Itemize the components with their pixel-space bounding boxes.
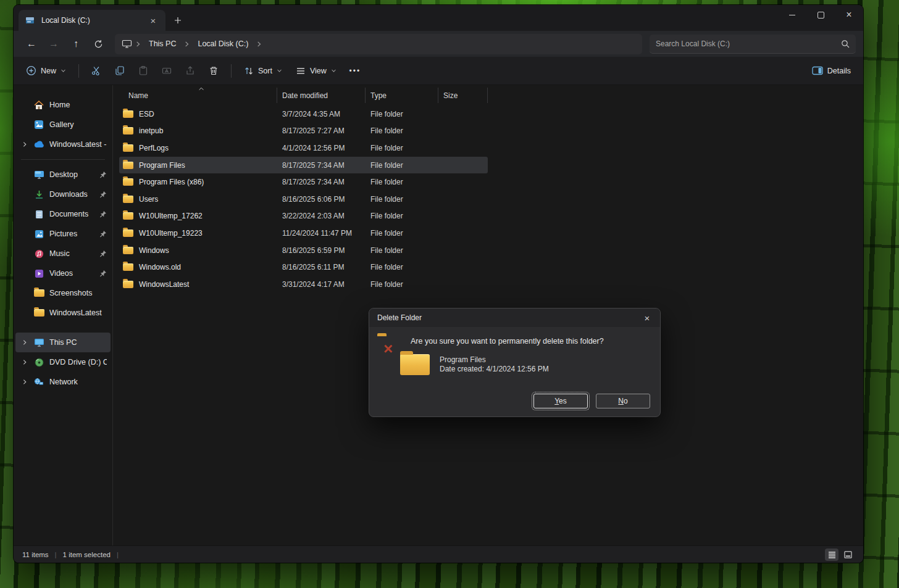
table-row[interactable]: Users 8/16/2025 6:06 PM File folder bbox=[119, 191, 488, 208]
no-button[interactable]: No bbox=[596, 394, 650, 408]
rename-button[interactable] bbox=[156, 60, 178, 81]
chevron-right-icon[interactable] bbox=[20, 339, 28, 346]
up-button[interactable] bbox=[65, 34, 86, 54]
type-cell: File folder bbox=[366, 178, 438, 186]
dialog-message: Are you sure you want to permanently del… bbox=[411, 336, 604, 346]
column-label: Size bbox=[443, 91, 458, 100]
maximize-button[interactable] bbox=[806, 5, 835, 25]
sidebar-item-music[interactable]: Music bbox=[15, 244, 111, 263]
large-icons-view-icon[interactable] bbox=[841, 549, 855, 561]
sidebar-gap bbox=[14, 323, 112, 333]
sidebar-item-this-pc[interactable]: This PC bbox=[15, 333, 111, 352]
date-cell: 11/24/2024 11:47 PM bbox=[277, 229, 366, 238]
sidebar-item-windowslatest[interactable]: WindowsLatest bbox=[15, 303, 111, 323]
sidebar-item-gallery[interactable]: Gallery bbox=[15, 115, 111, 135]
table-row[interactable]: inetpub 8/17/2025 7:27 AM File folder bbox=[119, 123, 488, 140]
dialog-title: Delete Folder bbox=[377, 313, 634, 322]
dialog-close-icon[interactable] bbox=[634, 308, 660, 327]
view-button[interactable]: View bbox=[290, 60, 343, 81]
plus-circle-icon bbox=[26, 65, 36, 76]
red-x-icon bbox=[383, 341, 393, 357]
table-row[interactable]: Windows 8/16/2025 6:59 PM File folder bbox=[119, 242, 488, 259]
type-cell: File folder bbox=[366, 212, 438, 220]
breadcrumb-this-pc[interactable]: This PC bbox=[144, 39, 181, 48]
name-cell: W10Ultemp_17262 bbox=[119, 212, 277, 220]
table-row[interactable]: PerfLogs 4/1/2024 12:56 PM File folder bbox=[119, 139, 488, 157]
more-options-button[interactable] bbox=[344, 60, 366, 81]
new-button[interactable]: New bbox=[20, 60, 72, 81]
column-header-name[interactable]: Name bbox=[119, 88, 277, 103]
chevron-right-icon bbox=[135, 41, 141, 48]
table-row[interactable]: W10Ultemp_17262 3/22/2024 2:03 AM File f… bbox=[119, 208, 488, 225]
network-icon bbox=[33, 378, 44, 386]
yes-button[interactable]: Yes bbox=[533, 394, 588, 408]
chevron-right-icon[interactable] bbox=[20, 141, 28, 147]
sidebar-item-videos[interactable]: Videos bbox=[15, 263, 111, 283]
forward-button[interactable] bbox=[43, 34, 64, 54]
toolbar-separator bbox=[78, 64, 79, 78]
search-input[interactable] bbox=[656, 39, 841, 48]
command-toolbar: New Sort bbox=[14, 57, 863, 85]
chevron-right-icon[interactable] bbox=[20, 379, 28, 385]
sidebar-item-pictures[interactable]: Pictures bbox=[15, 224, 111, 244]
cut-button[interactable] bbox=[85, 60, 107, 81]
table-row-selected[interactable]: Program Files 8/17/2025 7:34 AM File fol… bbox=[119, 157, 488, 174]
new-tab-button[interactable] bbox=[169, 12, 186, 29]
table-row[interactable]: WindowsLatest 3/31/2024 4:17 AM File fol… bbox=[119, 276, 488, 293]
sidebar-item-dvd-drive[interactable]: DVD Drive (D:) CCC bbox=[15, 352, 111, 372]
date-cell: 3/7/2024 4:35 AM bbox=[277, 110, 366, 118]
details-pane-button[interactable]: Details bbox=[806, 60, 857, 81]
date-cell: 4/1/2024 12:56 PM bbox=[277, 144, 366, 152]
status-separator: | bbox=[117, 551, 119, 558]
table-row[interactable]: W10Ultemp_19223 11/24/2024 11:47 PM File… bbox=[119, 225, 488, 242]
dialog-item-name: Program Files bbox=[440, 355, 549, 365]
chevron-right-icon[interactable] bbox=[256, 41, 262, 48]
sidebar-item-onedrive[interactable]: WindowsLatest - Pe bbox=[15, 135, 111, 154]
share-button[interactable] bbox=[179, 60, 201, 81]
sidebar-item-home[interactable]: Home bbox=[15, 95, 111, 115]
back-button[interactable] bbox=[21, 34, 42, 54]
sidebar-item-screenshots[interactable]: Screenshots bbox=[15, 283, 111, 303]
date-cell: 8/16/2025 6:06 PM bbox=[277, 195, 366, 204]
sort-button-label: Sort bbox=[258, 67, 272, 75]
copy-button[interactable] bbox=[109, 60, 131, 81]
table-row[interactable]: Program Files (x86) 8/17/2025 7:34 AM Fi… bbox=[119, 173, 488, 191]
tab-local-disk[interactable]: Local Disk (C:) bbox=[19, 10, 165, 31]
sidebar-item-label: Videos bbox=[49, 269, 94, 278]
sidebar-item-network[interactable]: Network bbox=[15, 372, 111, 392]
folder-icon bbox=[123, 162, 133, 169]
column-header-size[interactable]: Size bbox=[438, 88, 488, 103]
search-icon[interactable] bbox=[841, 39, 850, 48]
sidebar-item-documents[interactable]: Documents bbox=[15, 204, 111, 224]
sidebar-item-label: DVD Drive (D:) CCC bbox=[49, 358, 107, 366]
sort-button[interactable]: Sort bbox=[238, 60, 288, 81]
selection-count: 1 item selected bbox=[63, 551, 111, 558]
dialog-item-text: Program Files Date created: 4/1/2024 12:… bbox=[440, 354, 549, 374]
close-button[interactable] bbox=[835, 5, 863, 25]
table-row[interactable]: ESD 3/7/2024 4:35 AM File folder bbox=[119, 106, 488, 123]
refresh-button[interactable] bbox=[88, 34, 109, 54]
column-header-date-modified[interactable]: Date modified bbox=[277, 88, 366, 103]
date-cell: 3/31/2024 4:17 AM bbox=[277, 280, 366, 289]
sidebar-item-label: Gallery bbox=[49, 120, 107, 129]
name-cell: Windows bbox=[119, 246, 277, 255]
tab-close-icon[interactable] bbox=[147, 14, 159, 27]
sidebar-item-label: Downloads bbox=[49, 190, 94, 199]
chevron-right-icon[interactable] bbox=[183, 41, 190, 48]
list-view-icon[interactable] bbox=[825, 549, 838, 561]
documents-icon bbox=[33, 210, 44, 219]
sidebar-item-label: This PC bbox=[49, 338, 107, 347]
sidebar-item-downloads[interactable]: Downloads bbox=[15, 184, 111, 204]
dialog-title-bar: Delete Folder bbox=[369, 308, 660, 327]
column-header-type[interactable]: Type bbox=[366, 88, 438, 103]
breadcrumb-local-disk[interactable]: Local Disk (C:) bbox=[193, 39, 253, 48]
this-pc-icon[interactable] bbox=[121, 39, 132, 48]
delete-button[interactable] bbox=[203, 60, 225, 81]
sidebar-item-desktop[interactable]: Desktop bbox=[15, 165, 111, 184]
minimize-button[interactable] bbox=[778, 5, 806, 25]
table-row[interactable]: Windows.old 8/16/2025 6:11 PM File folde… bbox=[119, 259, 488, 276]
column-label: Date modified bbox=[282, 91, 328, 100]
paste-button[interactable] bbox=[132, 60, 154, 81]
chevron-right-icon[interactable] bbox=[20, 359, 28, 365]
gallery-icon bbox=[33, 120, 44, 130]
